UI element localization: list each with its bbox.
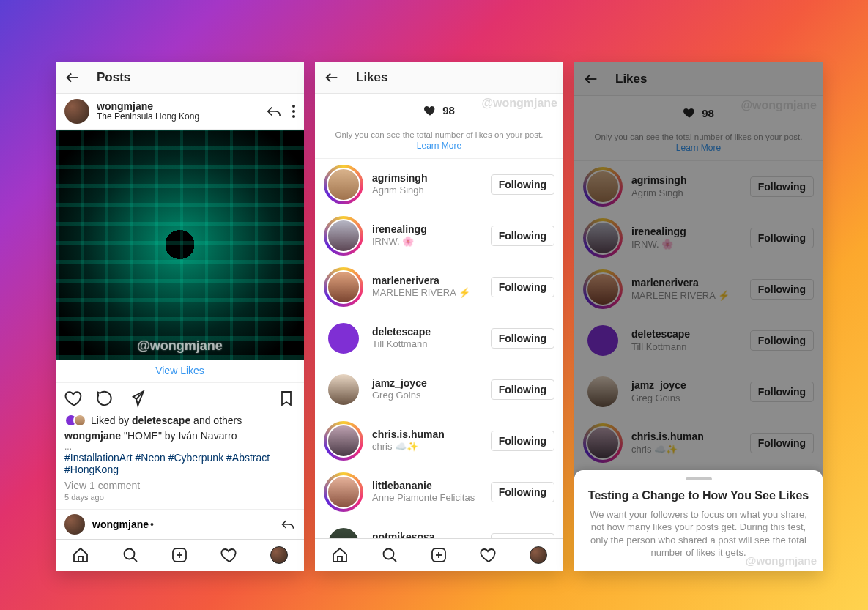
liked-by-row[interactable]: Liked by deletescape and others — [56, 414, 304, 427]
like-icon[interactable] — [64, 389, 84, 408]
post-header: wongmjane The Peninsula Hong Kong — [56, 94, 304, 130]
liker-display-name: Agrim Singh — [372, 185, 491, 196]
post-image[interactable]: @wongmjane — [56, 130, 304, 360]
liker-display-name: MARLENE RIVERA ⚡ — [372, 287, 491, 299]
liker-avatar[interactable] — [324, 267, 363, 307]
following-button[interactable]: Following — [491, 431, 554, 451]
tab-home[interactable] — [56, 540, 105, 571]
following-button[interactable]: Following — [750, 382, 814, 402]
tab-profile[interactable] — [254, 540, 304, 571]
liker-row[interactable]: marleneriveraMARLENE RIVERA ⚡Following — [574, 264, 823, 315]
svg-line-12 — [392, 558, 396, 562]
liker-avatar[interactable] — [324, 216, 363, 256]
liker-row[interactable]: littlebananieAnne Piamonte FelicitasFoll… — [315, 466, 563, 518]
liker-row[interactable]: irenealinggIRNW. 🌸Following — [315, 210, 563, 261]
learn-more-link[interactable]: Learn More — [324, 141, 554, 151]
bookmark-icon[interactable] — [278, 390, 295, 407]
sheet-grabber[interactable] — [686, 477, 712, 480]
liker-row[interactable]: notmikesosaMike SosaFollowing — [315, 518, 563, 539]
svg-line-6 — [133, 558, 137, 562]
next-author-avatar[interactable] — [64, 514, 85, 535]
liker-row[interactable]: chris.is.humanchris ☁️✨Following — [315, 415, 563, 466]
liker-avatar[interactable] — [583, 423, 623, 463]
following-button[interactable]: Following — [491, 379, 554, 400]
hashtags[interactable]: #InstallationArt #Neon #Cyberpunk #Abstr… — [56, 452, 304, 475]
appbar-title: Posts — [97, 70, 130, 85]
liker-avatar[interactable] — [583, 321, 623, 360]
liker-row[interactable]: marleneriveraMARLENE RIVERA ⚡Following — [315, 261, 563, 313]
back-arrow-icon[interactable] — [324, 70, 340, 86]
liker-row[interactable]: chris.is.humanchris ☁️✨Following — [574, 417, 823, 469]
liker-row[interactable]: irenealinggIRNW. 🌸Following — [574, 212, 823, 264]
liker-avatar[interactable] — [324, 524, 363, 539]
likes-note: Only you can see the total number of lik… — [324, 130, 554, 139]
following-button[interactable]: Following — [491, 174, 554, 195]
more-icon[interactable] — [292, 105, 295, 118]
liker-row[interactable]: jamz_joyceGreg GoinsFollowing — [574, 366, 823, 417]
liker-username: irenealingg — [372, 223, 491, 237]
following-button[interactable]: Following — [491, 482, 554, 502]
following-button[interactable]: Following — [750, 279, 814, 300]
following-button[interactable]: Following — [491, 226, 554, 246]
liker-display-name: chris ☁️✨ — [372, 441, 491, 453]
liker-display-name: Till Kottmann — [372, 338, 491, 350]
phone-posts: Posts wongmjane The Peninsula Hong Kong … — [56, 62, 304, 571]
tab-home[interactable] — [315, 539, 365, 571]
tab-profile[interactable] — [513, 539, 563, 571]
liker-row[interactable]: agrimsinghAgrim SinghFollowing — [574, 161, 823, 212]
sheet-body: We want your followers to focus on what … — [587, 508, 809, 559]
tab-activity[interactable] — [204, 540, 254, 571]
following-button[interactable]: Following — [750, 176, 814, 197]
liker-avatar[interactable] — [324, 472, 363, 512]
learn-more-link[interactable]: Learn More — [583, 143, 814, 153]
liker-username: littlebananie — [372, 480, 491, 493]
liker-row[interactable]: agrimsinghAgrim SinghFollowing — [315, 159, 563, 210]
next-post-header: wongmjane • — [56, 509, 304, 539]
view-comments-link[interactable]: View 1 comment — [56, 475, 304, 491]
liker-avatar[interactable] — [583, 269, 623, 309]
tab-activity[interactable] — [464, 539, 513, 571]
liker-display-name: Anne Piamonte Felicitas — [372, 492, 491, 504]
back-arrow-icon[interactable] — [64, 70, 81, 86]
author-block[interactable]: wongmjane The Peninsula Hong Kong — [97, 100, 266, 122]
tab-add[interactable] — [155, 540, 205, 571]
liker-username: irenealingg — [631, 226, 750, 239]
comment-icon[interactable] — [95, 389, 114, 408]
likers-list[interactable]: agrimsinghAgrim SinghFollowingirenealing… — [315, 159, 563, 539]
liker-username: deletescape — [372, 326, 491, 339]
tab-search[interactable] — [105, 540, 155, 571]
reply-arrow-icon[interactable] — [266, 104, 282, 119]
liker-avatar[interactable] — [324, 319, 363, 358]
liker-avatar[interactable] — [324, 165, 363, 204]
author-location: The Peninsula Hong Kong — [97, 112, 266, 122]
tab-add[interactable] — [415, 539, 464, 571]
post-time: 5 days ago — [56, 491, 304, 509]
view-likes-link[interactable]: View Likes — [155, 365, 204, 376]
following-button[interactable]: Following — [750, 330, 814, 351]
liker-row[interactable]: jamz_joyceGreg GoinsFollowing — [315, 364, 563, 415]
liker-avatar[interactable] — [583, 372, 623, 412]
svg-point-3 — [292, 115, 295, 118]
liker-avatar[interactable] — [324, 370, 363, 409]
liker-avatar[interactable] — [324, 421, 363, 461]
following-button[interactable]: Following — [750, 228, 814, 248]
heart-filled-icon — [683, 106, 696, 119]
reply-arrow-icon[interactable] — [281, 518, 295, 531]
next-author-username[interactable]: wongmjane — [92, 518, 149, 530]
tab-search[interactable] — [365, 539, 415, 571]
following-button[interactable]: Following — [491, 533, 554, 539]
following-button[interactable]: Following — [491, 328, 554, 349]
view-likes-bar: View Likes — [56, 360, 304, 382]
following-button[interactable]: Following — [491, 277, 554, 297]
liker-avatar[interactable] — [583, 167, 623, 207]
liker-display-name: IRNW. 🌸 — [631, 239, 750, 250]
share-icon[interactable] — [126, 389, 145, 408]
liker-username: marlenerivera — [631, 277, 750, 290]
author-avatar[interactable] — [64, 99, 89, 124]
following-button[interactable]: Following — [750, 433, 814, 453]
caption-ellipsis[interactable]: ... — [56, 442, 304, 452]
liker-row[interactable]: deletescapeTill KottmannFollowing — [574, 315, 823, 366]
back-arrow-icon[interactable] — [583, 71, 599, 87]
liker-avatar[interactable] — [583, 218, 623, 258]
liker-row[interactable]: deletescapeTill KottmannFollowing — [315, 313, 563, 364]
